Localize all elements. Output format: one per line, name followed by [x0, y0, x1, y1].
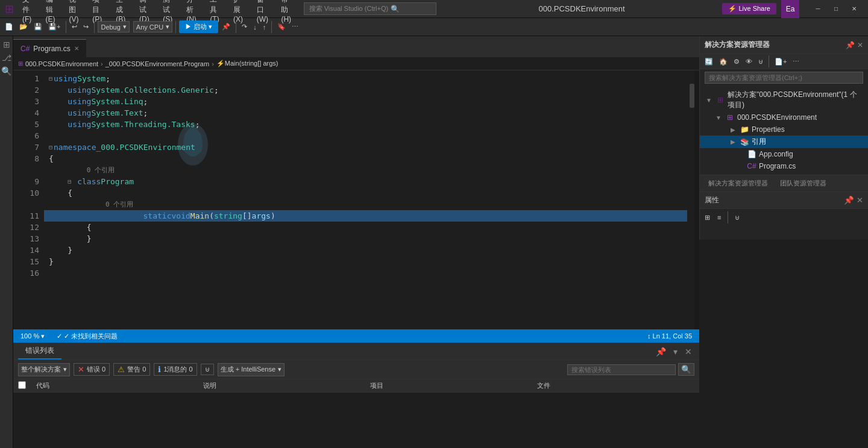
solution-explorer-icon[interactable]: ⊞ — [1, 39, 13, 51]
error-search-button[interactable]: 🔍 — [678, 363, 694, 376]
code-line-6 — [44, 130, 687, 142]
status-line-col[interactable]: ↕ Ln 11, Col 35 — [645, 332, 694, 340]
redo-button[interactable]: ↪ — [81, 22, 91, 32]
bc-method[interactable]: ⚡Main(string[] args) — [216, 60, 278, 67]
se-references[interactable]: ▶ 📚 引用 — [700, 135, 868, 148]
se-app-config[interactable]: 📄 App.config — [700, 148, 868, 160]
save-button[interactable]: 💾 — [31, 22, 45, 32]
step-into-button[interactable]: ↓ — [251, 22, 259, 32]
se-tree[interactable]: ▼ ⊞ 解决方案"000.PCSDKEnvironment"(1 个项目) ▼ … — [700, 86, 868, 175]
undo-button[interactable]: ↩ — [69, 22, 80, 32]
se-tab-team[interactable]: 团队资源管理器 — [776, 178, 830, 189]
error-list-tab[interactable]: 错误列表 — [18, 343, 61, 359]
se-title: 解决方案资源管理器 — [705, 40, 846, 50]
se-program-cs[interactable]: C# Program.cs — [700, 160, 868, 172]
start-button[interactable]: ▶ 启动 ▾ — [179, 20, 218, 33]
se-close[interactable]: ✕ — [857, 41, 863, 49]
step-out-button[interactable]: ↑ — [260, 22, 269, 32]
bc-project[interactable]: 000.PCSDKEnvironment — [25, 60, 98, 67]
debug-mode-dropdown[interactable]: Debug ▾ — [98, 21, 129, 33]
status-no-issues[interactable]: ✓ ✓ 未找到相关问题 — [54, 332, 120, 341]
editor-scrollbar[interactable] — [687, 70, 694, 329]
profile-icon[interactable]: Ea — [781, 0, 799, 18]
se-search-input[interactable] — [705, 72, 863, 84]
bookmark-button[interactable]: 🔖 — [275, 22, 288, 32]
se-properties-expand[interactable]: ▶ — [729, 126, 737, 133]
global-search[interactable]: 搜索 Visual Studio (Ctrl+Q) 🔍 — [304, 2, 436, 15]
step-over-button[interactable]: ↷ — [239, 22, 250, 32]
se-settings-button[interactable]: ⚙ — [731, 57, 742, 67]
title-bar-right: ⚡ Live Share Ea ─ □ ✕ — [722, 0, 863, 18]
se-project-expand[interactable]: ▼ — [714, 114, 723, 121]
scope-dropdown[interactable]: 整个解决方案 ▾ — [18, 363, 70, 376]
panel-close[interactable]: ✕ — [682, 346, 694, 358]
panel-auto-hide[interactable]: 📌 — [653, 346, 668, 358]
bc-class[interactable]: _000.PCSDKEnvironment.Program — [105, 60, 209, 67]
no-issues-text: ✓ 未找到相关问题 — [64, 332, 118, 341]
se-more-button[interactable]: ⋯ — [790, 57, 802, 67]
props-grid-button[interactable]: ⊞ — [702, 213, 712, 223]
open-button[interactable]: 📂 — [17, 22, 30, 32]
warning-badge[interactable]: ⚠ 警告 0 — [113, 363, 150, 376]
minimize-button[interactable]: ─ — [809, 0, 827, 18]
props-filter-button[interactable]: ⊍ — [732, 213, 742, 223]
select-all-checkbox[interactable] — [18, 381, 26, 389]
se-new-file-button[interactable]: 📄+ — [772, 57, 789, 67]
se-references-expand[interactable]: ▶ — [729, 138, 737, 145]
tb-sep1 — [66, 21, 66, 33]
build-filter-dropdown[interactable]: 生成 + IntelliSense ▾ — [218, 363, 285, 376]
code-line-2: using System.Collections.Generic; — [44, 84, 687, 96]
se-tab-solution[interactable]: 解决方案资源管理器 — [705, 178, 772, 189]
menu-help[interactable]: 帮助(H) — [276, 0, 298, 25]
tab-program-cs[interactable]: C# Program.cs ✕ — [13, 39, 86, 57]
se-preview-button[interactable]: 👁 — [743, 57, 755, 66]
code-editor[interactable]: 1 2 3 4 5 6 7 8 9 10 11 12 13 14 15 — [13, 70, 699, 329]
col-file[interactable]: 文件 — [532, 379, 699, 393]
git-icon[interactable]: ⎇ — [1, 52, 13, 64]
properties-title: 属性 — [705, 195, 719, 205]
se-auto-hide[interactable]: 📌 — [846, 41, 855, 49]
se-solution-expand[interactable]: ▼ — [705, 97, 713, 104]
panel-minimize[interactable]: ▾ — [671, 346, 680, 358]
code-line-7: ⊟namespace _000.PCSDKEnvironment — [44, 142, 687, 153]
scope-label: 整个解决方案 — [21, 365, 61, 374]
se-properties-label: Properties — [752, 125, 863, 134]
search-activity-icon[interactable]: 🔍 — [1, 65, 13, 77]
props-auto-hide[interactable]: 📌 — [844, 196, 854, 205]
more-button[interactable]: ⋯ — [289, 22, 301, 32]
menu-file[interactable]: 文件(F) — [17, 0, 40, 25]
error-search-input[interactable] — [567, 364, 676, 375]
col-description[interactable]: 说明 — [198, 379, 365, 393]
se-solution-root[interactable]: ▼ ⊞ 解决方案"000.PCSDKEnvironment"(1 个项目) — [700, 89, 868, 111]
close-button[interactable]: ✕ — [845, 0, 863, 18]
col-project[interactable]: 项目 — [365, 379, 532, 393]
info-badge[interactable]: ℹ 1消息的 0 — [154, 363, 197, 376]
scrollbar-thumb[interactable] — [690, 84, 694, 108]
status-zoom[interactable]: 100 % ▾ — [18, 332, 47, 340]
minimap — [694, 70, 699, 329]
props-list-button[interactable]: ≡ — [715, 213, 723, 222]
col-code[interactable]: 代码 — [31, 379, 198, 393]
panel-controls: 📌 ▾ ✕ — [653, 346, 694, 358]
menu-view[interactable]: 视图(V) — [64, 0, 86, 25]
se-sync-button[interactable]: 🔄 — [702, 57, 715, 67]
menu-edit[interactable]: 编辑(E) — [41, 0, 63, 25]
attach-button[interactable]: 📌 — [219, 22, 233, 32]
filter-icon-badge[interactable]: ⊍ — [201, 364, 214, 375]
search-icon: 🔍 — [391, 5, 400, 13]
se-home-button[interactable]: 🏠 — [717, 57, 730, 67]
new-file-button[interactable]: 📄 — [2, 22, 16, 32]
se-properties[interactable]: ▶ 📁 Properties — [700, 123, 868, 135]
menu-extensions[interactable]: 扩展(X) — [228, 0, 251, 25]
se-project[interactable]: ▼ ⊞ 000.PCSDKEnvironment — [700, 111, 868, 123]
error-badge[interactable]: ✕ 错误 0 — [74, 363, 110, 376]
maximize-button[interactable]: □ — [827, 0, 845, 18]
program-cs-icon: C# — [747, 161, 756, 171]
live-share-button[interactable]: ⚡ Live Share — [722, 3, 776, 14]
save-all-button[interactable]: 💾+ — [46, 22, 63, 32]
platform-dropdown[interactable]: Any CPU ▾ — [133, 21, 172, 33]
code-content[interactable]: ⊟using System; using System.Collections.… — [44, 70, 687, 329]
se-filter-button[interactable]: ⊍ — [756, 57, 766, 67]
tab-close-icon[interactable]: ✕ — [74, 45, 79, 52]
props-close[interactable]: ✕ — [857, 196, 863, 205]
